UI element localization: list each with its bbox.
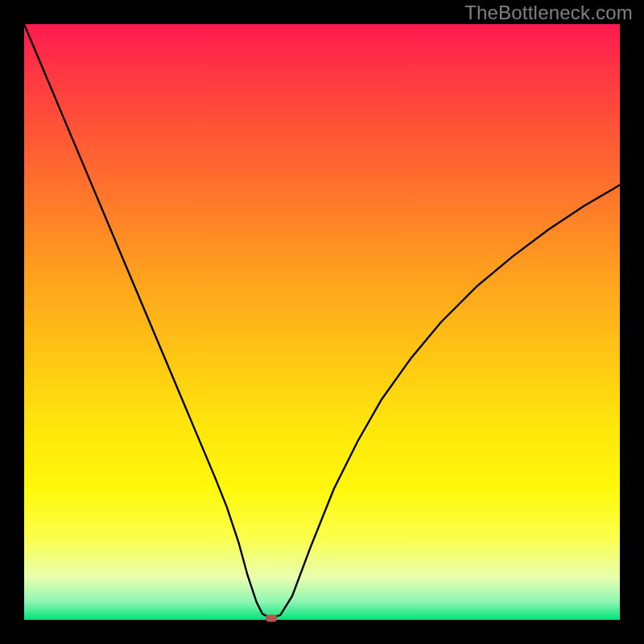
- bottleneck-curve: [24, 24, 620, 617]
- plot-area: [24, 24, 620, 620]
- optimal-point-marker: [266, 614, 277, 621]
- chart-container: TheBottleneck.com: [0, 0, 644, 644]
- curve-svg: [24, 24, 620, 620]
- watermark-text: TheBottleneck.com: [464, 2, 633, 24]
